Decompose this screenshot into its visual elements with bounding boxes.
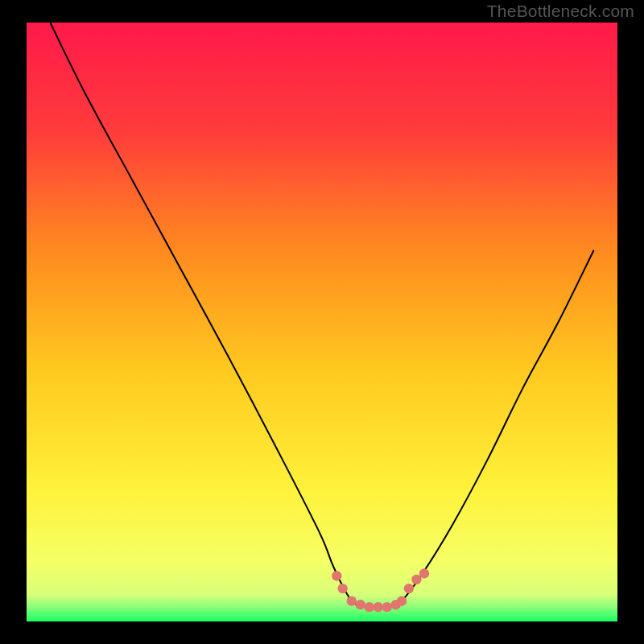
optimal-marker-dot <box>356 600 365 609</box>
optimal-marker-dot <box>382 602 392 612</box>
optimal-marker-dot <box>374 602 383 612</box>
optimal-marker-dot <box>365 602 374 612</box>
optimal-marker-dot <box>419 568 429 578</box>
optimal-marker-dot <box>404 584 414 593</box>
watermark-text: TheBottleneck.com <box>487 2 634 21</box>
gradient-background <box>27 23 617 621</box>
optimal-marker-dot <box>337 584 347 593</box>
optimal-marker-dot <box>332 571 341 580</box>
bottleneck-chart: TheBottleneck.com <box>0 0 644 644</box>
chart-svg <box>0 0 644 644</box>
optimal-marker-dot <box>347 597 357 606</box>
optimal-marker-dot <box>397 597 407 606</box>
